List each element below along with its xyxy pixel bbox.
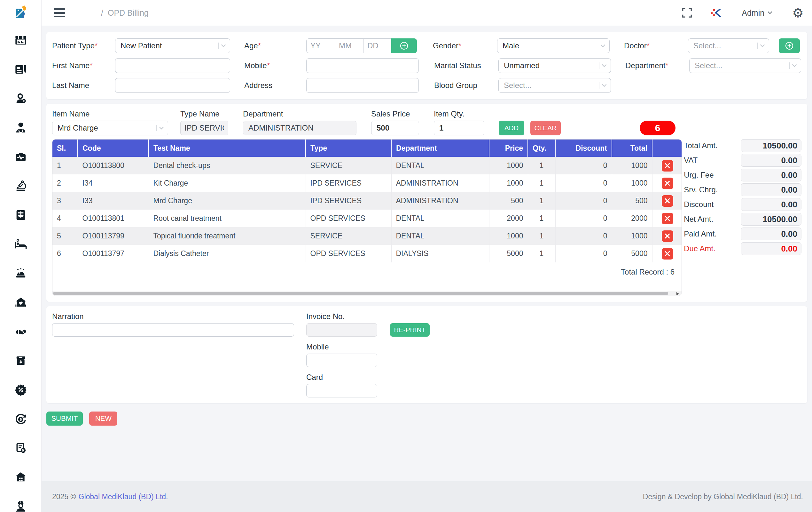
scrollbar-right-arrow[interactable] (676, 292, 679, 295)
doctor-select[interactable]: Select... (688, 38, 769, 53)
first-name-input[interactable] (115, 58, 230, 73)
table-cell: O100113799 (78, 227, 149, 245)
chevron-down-icon (789, 59, 797, 73)
discount-label: Discount (684, 200, 741, 209)
doctor-add-button[interactable] (779, 38, 800, 53)
age-add-button[interactable] (391, 38, 417, 53)
patient-bed-icon (14, 238, 27, 250)
sidebar-item-pharmacy[interactable] (0, 317, 41, 346)
table-cell: O100113800 (78, 157, 149, 174)
delete-row-button[interactable] (662, 160, 673, 171)
admin-menu[interactable]: Admin (740, 8, 774, 18)
sales-price-input[interactable] (371, 120, 419, 135)
narration-input[interactable] (52, 323, 294, 336)
table-row: 5O100113799Topical fluoride treatmentSER… (52, 227, 682, 245)
sidebar-item-staff[interactable] (0, 491, 41, 512)
vat-value[interactable]: 0.00 (741, 154, 802, 167)
item-qty-input[interactable] (434, 120, 484, 135)
footer-company-link[interactable]: Global MediKlaud (BD) Ltd. (79, 492, 168, 501)
delete-row-button[interactable] (662, 213, 673, 224)
card-input[interactable] (306, 384, 377, 398)
marital-status-select[interactable]: Unmarried (498, 58, 611, 73)
form-actions: SUBMIT NEW (46, 411, 807, 426)
discount-value[interactable]: 0.00 (741, 198, 802, 211)
marital-status-label: Marital Status (434, 61, 498, 70)
age-dd-input[interactable] (363, 38, 392, 53)
new-button[interactable]: NEW (89, 411, 117, 426)
fullscreen-button[interactable] (682, 7, 692, 18)
table-cell: 500 (612, 192, 652, 210)
table-cell: Root canal treatment (149, 210, 306, 227)
delete-row-button[interactable] (662, 231, 673, 242)
sidebar-item-doctor[interactable] (0, 113, 41, 142)
table-cell: O100113801 (78, 210, 149, 227)
table-cell (652, 210, 682, 227)
sidebar-item-discount[interactable] (0, 375, 41, 404)
close-icon (665, 163, 670, 168)
age-yy-input[interactable] (306, 38, 335, 53)
summary-row: VAT 0.00 (684, 154, 802, 167)
table-cell (652, 157, 682, 174)
paid-amt-value[interactable]: 0.00 (741, 227, 802, 240)
delete-row-button[interactable] (662, 195, 673, 207)
settings-button[interactable]: ⚙ (792, 6, 804, 19)
total-amt-value[interactable]: 10500.00 (741, 139, 802, 152)
srv-chrg-value[interactable]: 0.00 (741, 183, 802, 196)
delete-row-button[interactable] (662, 248, 673, 260)
sidebar-item-patient-add[interactable] (0, 84, 41, 113)
table-cell: SERVICE (306, 227, 391, 245)
sidebar-item-medical-report[interactable] (0, 142, 41, 171)
scrollbar-thumb[interactable] (53, 292, 668, 295)
items-table-container: Sl. Code Test Name Type Department Price… (52, 139, 682, 296)
app-logo[interactable] (0, 0, 41, 26)
department-select[interactable]: Select... (689, 58, 801, 73)
mobile-input[interactable] (306, 58, 419, 73)
table-cell: ADMINISTRATION (391, 174, 489, 192)
brand-shortcut-button[interactable] (710, 8, 722, 18)
blood-group-select[interactable]: Select... (498, 78, 611, 93)
fullscreen-icon (682, 7, 692, 18)
table-cell: 1 (528, 245, 555, 262)
nurse-icon (14, 500, 27, 512)
add-item-button[interactable]: ADD (499, 120, 524, 135)
address-input[interactable] (306, 78, 419, 93)
gender-select[interactable]: Male (497, 38, 610, 53)
sidebar-item-billing-register[interactable] (0, 55, 41, 84)
sidebar-item-nursing-home[interactable] (0, 288, 41, 317)
due-amt-value[interactable]: 0.00 (741, 242, 802, 255)
breadcrumb: / OPD Billing (101, 8, 149, 18)
delete-row-button[interactable] (662, 178, 673, 189)
last-name-input[interactable] (115, 78, 230, 93)
invoice-no-input (306, 323, 377, 336)
age-mm-input[interactable] (335, 38, 364, 53)
reprint-button[interactable]: RE-PRINT (390, 323, 430, 336)
sidebar-item-cancel-report[interactable] (0, 433, 41, 462)
doctor-label: Doctor (624, 41, 688, 50)
menu-toggle-button[interactable] (54, 8, 65, 17)
total-amt-label: Total Amt. (684, 141, 741, 150)
submit-button[interactable]: SUBMIT (46, 411, 83, 426)
table-header-cell (652, 139, 682, 157)
table-cell (652, 192, 682, 210)
patient-type-select[interactable]: New Patient (115, 38, 230, 53)
table-cell: 2 (52, 174, 78, 192)
sidebar-item-ipd-bed[interactable] (0, 230, 41, 259)
mobile-label: Mobile (244, 61, 306, 70)
clear-button[interactable]: CLEAR (530, 120, 561, 135)
sidebar-item-refund[interactable] (0, 404, 41, 433)
item-name-select[interactable]: Mrd Charge (52, 120, 168, 135)
paid-amt-label: Paid Amt. (684, 230, 741, 238)
table-header-cell: Total (612, 139, 652, 157)
sidebar-item-dashboard[interactable] (0, 26, 41, 55)
urg-fee-value[interactable]: 0.00 (741, 169, 802, 182)
sidebar-item-hospital[interactable] (0, 462, 41, 491)
table-cell: 1 (528, 210, 555, 227)
sidebar-item-emergency[interactable] (0, 259, 41, 288)
sidebar-item-xray[interactable] (0, 200, 41, 230)
horizontal-scrollbar[interactable] (52, 291, 682, 296)
table-cell: Kit Charge (149, 174, 306, 192)
sidebar-item-lab-microscope[interactable] (0, 171, 41, 200)
invoice-mobile-input[interactable] (306, 354, 377, 367)
net-amt-value[interactable]: 10500.00 (741, 213, 802, 225)
sidebar-item-inventory[interactable] (0, 346, 41, 375)
